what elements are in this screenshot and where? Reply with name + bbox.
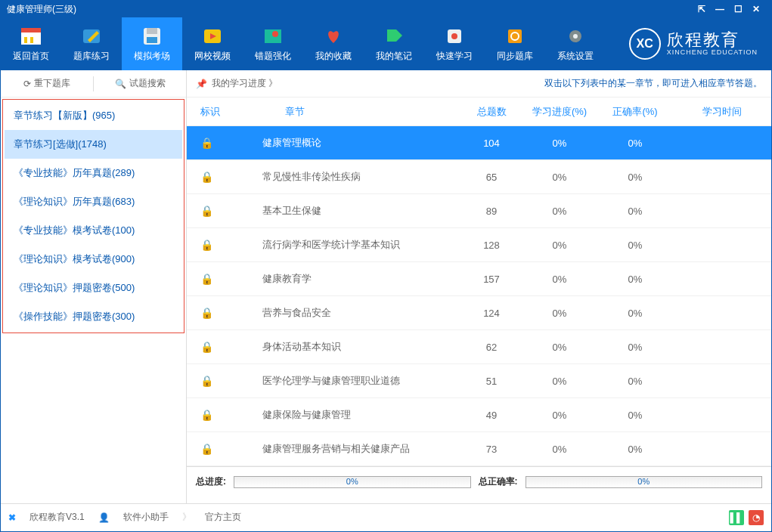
helper-icon: 👤: [98, 512, 110, 523]
nav-settings[interactable]: 系统设置: [545, 17, 606, 70]
cell-progress: 0%: [522, 240, 597, 251]
svg-rect-1: [21, 28, 41, 32]
stats-icon[interactable]: ▌▌: [729, 510, 744, 525]
table-row[interactable]: 🔒健康教育学1570%0%: [187, 262, 771, 296]
cell-chapter: 健康保险与健康管理: [240, 408, 461, 422]
sidebar-item[interactable]: 《理论知识》历年真题(683): [5, 187, 182, 216]
cell-total: 65: [461, 172, 522, 183]
official-home-link[interactable]: 官方主页: [205, 511, 241, 524]
cell-total: 51: [461, 376, 522, 387]
nav-label: 我的笔记: [376, 50, 412, 63]
col-accuracy: 正确率(%): [597, 105, 673, 119]
target-icon: [442, 26, 467, 47]
sidebar-item[interactable]: 《专业技能》模考试卷(100): [5, 216, 182, 245]
cell-chapter: 健康管理服务营销与相关健康产品: [240, 442, 461, 456]
table-header: 标识 章节 总题数 学习进度(%) 正确率(%) 学习时间: [187, 97, 771, 126]
cell-progress: 0%: [522, 172, 597, 183]
gear-icon: [563, 26, 588, 47]
search-questions-button[interactable]: 🔍试题搜索: [94, 77, 186, 90]
nav-fav[interactable]: 我的收藏: [303, 17, 364, 70]
nav-label: 系统设置: [557, 50, 594, 63]
reload-questions-button[interactable]: ⟳重下题库: [1, 77, 93, 90]
helper-link[interactable]: 软件小助手: [123, 511, 169, 524]
col-mark: 标识: [187, 105, 240, 119]
total-accuracy-value: 0%: [637, 477, 650, 486]
svg-rect-7: [147, 28, 157, 34]
nav-notes[interactable]: 我的笔记: [364, 17, 424, 70]
main-panel: 📌 我的学习进度 》 双击以下列表中的某一章节，即可进入相应章节答题。 标识 章…: [187, 70, 771, 503]
chevron-right-icon: 》: [182, 511, 191, 524]
window-pin-icon[interactable]: ⇱: [693, 4, 711, 14]
table-row[interactable]: 🔒营养与食品安全1240%0%: [187, 296, 771, 330]
cell-progress: 0%: [522, 410, 597, 421]
lock-icon: 🔒: [200, 307, 213, 319]
lock-icon: 🔒: [200, 375, 213, 387]
nav-label: 网校视频: [194, 50, 231, 63]
nav-practice[interactable]: 题库练习: [61, 17, 122, 70]
sidebar-item[interactable]: 《操作技能》押题密卷(300): [5, 302, 182, 331]
total-accuracy-bar: 0%: [526, 476, 763, 488]
cell-chapter: 身体活动基本知识: [240, 340, 461, 354]
cell-progress: 0%: [522, 206, 597, 217]
col-progress: 学习进度(%): [522, 105, 597, 119]
window-close-icon[interactable]: ✕: [747, 4, 765, 14]
sidebar-item[interactable]: 《理论知识》模考试卷(900): [5, 245, 182, 274]
nav-mock-exam[interactable]: 模拟考场: [122, 17, 182, 70]
cell-chapter: 医学伦理学与健康管理职业道德: [240, 374, 461, 388]
lock-icon: 🔒: [200, 341, 213, 353]
nav-sync[interactable]: 同步题库: [485, 17, 545, 70]
brand-logo-icon: XC: [629, 28, 661, 60]
table-row[interactable]: 🔒健康管理概论1040%0%: [187, 126, 771, 160]
table-row[interactable]: 🔒基本卫生保健890%0%: [187, 194, 771, 228]
sidebar-item[interactable]: 《理论知识》押题密卷(500): [5, 274, 182, 302]
sidebar-item[interactable]: 《专业技能》历年真题(289): [5, 159, 182, 187]
table-row[interactable]: 🔒医学伦理学与健康管理职业道德510%0%: [187, 364, 771, 398]
pencil-icon: [79, 26, 104, 47]
svg-rect-3: [30, 37, 33, 43]
svg-point-15: [451, 33, 457, 39]
table-row[interactable]: 🔒常见慢性非传染性疾病650%0%: [187, 160, 771, 194]
table-row[interactable]: 🔒健康保险与健康管理490%0%: [187, 398, 771, 432]
cell-chapter: 健康管理概论: [240, 136, 461, 150]
sidebar-item[interactable]: 章节练习[选做](1748): [5, 130, 182, 159]
nav-video[interactable]: 网校视频: [182, 17, 243, 70]
nav-fast[interactable]: 快速学习: [424, 17, 485, 70]
cell-total: 62: [461, 342, 522, 353]
app-version: 欣程教育V3.1: [29, 511, 85, 524]
svg-rect-16: [508, 29, 522, 43]
cell-accuracy: 0%: [597, 444, 673, 455]
nav-label: 我的收藏: [315, 50, 352, 63]
table-row[interactable]: 🔒健康管理服务营销与相关健康产品730%0%: [187, 432, 771, 466]
cell-progress: 0%: [522, 274, 597, 285]
cell-total: 49: [461, 410, 522, 421]
my-progress-link[interactable]: 我的学习进度 》: [212, 77, 277, 90]
cell-accuracy: 0%: [597, 172, 673, 183]
sidebar: ⟳重下题库 🔍试题搜索 章节练习【新版】(965) 章节练习[选做](1748)…: [1, 70, 187, 503]
cell-progress: 0%: [522, 342, 597, 353]
play-icon: [200, 26, 225, 47]
search-label: 试题搜索: [129, 77, 166, 90]
table-row[interactable]: 🔒身体活动基本知识620%0%: [187, 330, 771, 364]
nav-label: 题库练习: [73, 50, 110, 63]
cell-total: 157: [461, 274, 522, 285]
chart-icon[interactable]: ◔: [749, 510, 764, 525]
nav-label: 模拟考场: [134, 50, 170, 63]
col-time: 学习时间: [673, 105, 771, 119]
table-row[interactable]: 🔒流行病学和医学统计学基本知识1280%0%: [187, 228, 771, 262]
cell-progress: 0%: [522, 138, 597, 149]
window-title: 健康管理师(三级): [7, 3, 76, 16]
tag-icon: [382, 26, 406, 47]
window-minimize-icon[interactable]: —: [711, 4, 729, 14]
app-logo-icon: ✖: [8, 512, 16, 523]
cell-progress: 0%: [522, 444, 597, 455]
sidebar-item[interactable]: 章节练习【新版】(965): [5, 101, 182, 130]
window-maximize-icon[interactable]: ☐: [729, 4, 747, 14]
titlebar: 健康管理师(三级) ⇱ — ☐ ✕: [1, 1, 771, 17]
nav-wrong[interactable]: 错题强化: [243, 17, 303, 70]
nav-label: 错题强化: [255, 50, 291, 63]
sync-icon: [503, 26, 527, 47]
home-icon: [19, 26, 43, 47]
lock-icon: 🔒: [200, 443, 213, 455]
nav-home[interactable]: 返回首页: [1, 17, 61, 70]
cell-chapter: 健康教育学: [240, 272, 461, 286]
